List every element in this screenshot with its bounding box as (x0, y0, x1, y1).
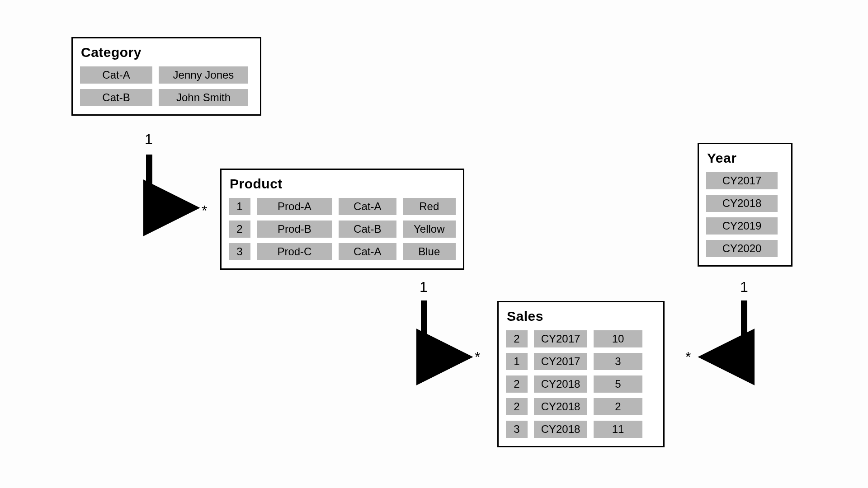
table-row: CY2020 (706, 240, 784, 257)
arrow-category-product-icon (149, 155, 194, 208)
table-row: 3 Prod-C Cat-A Blue (229, 243, 456, 260)
cell: CY2018 (534, 398, 587, 415)
cell: CY2017 (706, 172, 778, 189)
cell: CY2019 (706, 217, 778, 235)
cell: CY2017 (534, 330, 587, 347)
entity-year: Year CY2017 CY2018 CY2019 CY2020 (698, 143, 793, 267)
cell: CY2018 (534, 375, 587, 393)
cell: 1 (506, 353, 528, 370)
cell: 2 (506, 398, 528, 415)
table-row: 3 CY2018 11 (506, 421, 656, 438)
cell: Cat-B (339, 221, 396, 238)
cell: 2 (506, 375, 528, 393)
cell: Cat-A (80, 66, 152, 84)
cardinality-many-sales-left: * (475, 349, 480, 366)
table-row: CY2018 (706, 195, 784, 212)
table-row: 2 CY2017 10 (506, 330, 656, 347)
table-row: Cat-A Jenny Jones (80, 66, 253, 84)
table-row: Cat-B John Smith (80, 89, 253, 106)
cell: 2 (229, 221, 250, 238)
cell: Prod-B (257, 221, 332, 238)
arrow-year-sales-icon (703, 300, 744, 357)
entity-product: Product 1 Prod-A Cat-A Red 2 Prod-B Cat-… (220, 169, 464, 270)
cell: John Smith (159, 89, 248, 106)
entity-category: Category Cat-A Jenny Jones Cat-B John Sm… (71, 37, 261, 116)
cell: Jenny Jones (159, 66, 248, 84)
table-row: 1 Prod-A Cat-A Red (229, 198, 456, 215)
cell: Cat-B (80, 89, 152, 106)
arrow-product-sales-icon (424, 300, 467, 357)
cell: CY2020 (706, 240, 778, 257)
table-row: 1 CY2017 3 (506, 353, 656, 370)
table-row: CY2019 (706, 217, 784, 235)
cell: Cat-A (339, 243, 396, 260)
cell: 10 (594, 330, 642, 347)
table-row: CY2017 (706, 172, 784, 189)
cell: Red (403, 198, 456, 215)
cardinality-many-product: * (202, 202, 207, 219)
cell: 1 (229, 198, 250, 215)
cell: 2 (506, 330, 528, 347)
entity-title-category: Category (81, 45, 252, 60)
cardinality-one-year: 1 (740, 279, 748, 296)
cardinality-many-sales-right: * (685, 349, 691, 366)
cardinality-one-category: 1 (145, 131, 153, 148)
cell: 3 (506, 421, 528, 438)
cell: 11 (594, 421, 642, 438)
cell: 2 (594, 398, 642, 415)
cell: CY2018 (706, 195, 778, 212)
cell: 3 (594, 353, 642, 370)
cell: 5 (594, 375, 642, 393)
entity-title-sales: Sales (507, 309, 655, 324)
entity-title-product: Product (230, 176, 455, 192)
cardinality-one-product: 1 (420, 279, 428, 296)
cell: Yellow (403, 221, 456, 238)
table-row: 2 Prod-B Cat-B Yellow (229, 221, 456, 238)
cell: CY2018 (534, 421, 587, 438)
cell: Cat-A (339, 198, 396, 215)
cell: Prod-C (257, 243, 332, 260)
entity-sales: Sales 2 CY2017 10 1 CY2017 3 2 CY2018 5 … (497, 301, 665, 447)
cell: Prod-A (257, 198, 332, 215)
cell: Blue (403, 243, 456, 260)
entity-title-year: Year (707, 150, 783, 166)
table-row: 2 CY2018 2 (506, 398, 656, 415)
cell: CY2017 (534, 353, 587, 370)
table-row: 2 CY2018 5 (506, 375, 656, 393)
cell: 3 (229, 243, 250, 260)
